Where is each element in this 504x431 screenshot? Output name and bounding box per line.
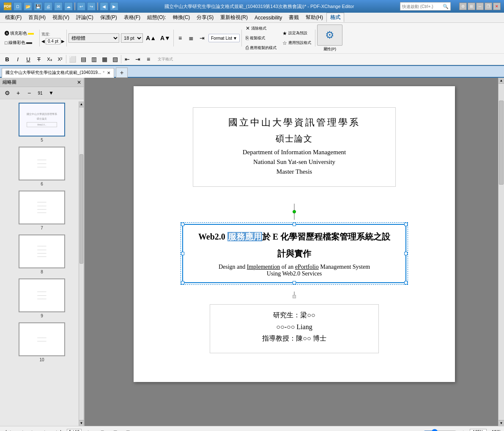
menu-home[interactable]: 首頁(H) [25,13,49,22]
thumb-zoom-out-btn[interactable]: − [25,88,34,98]
menu-table[interactable]: 表格(F) [121,13,144,22]
thumb-zoom-in-btn[interactable]: + [14,88,23,98]
restore-btn[interactable]: ❐ [485,3,492,10]
handle-bm[interactable] [293,281,296,284]
strikethrough-btn[interactable]: T [34,55,44,64]
search-box[interactable]: 🔍 [400,2,451,11]
selected-text-box[interactable]: Web2.0 服務應用於 E 化學習歷程檔案管理系統之設 計與實作 Design… [182,224,406,283]
thumbnail-page-5[interactable]: 國立中山大學資訊管理學系 碩士論文 Web2.0... 5 [2,103,82,142]
align-left-btn[interactable]: ⬜ [68,55,77,64]
menu-review2[interactable]: 重新檢視(R) [217,13,251,22]
handle-bl[interactable] [181,281,184,284]
align-btn2[interactable]: ▧ [110,55,120,64]
thumb-size-btn[interactable]: 91 [36,88,45,98]
fill-color-btn[interactable]: 🅐 填充彩色 [3,29,36,38]
menu-protect[interactable]: 保護(P) [97,13,121,22]
main-scroll-thumb[interactable] [499,101,504,185]
list-format-btn[interactable]: ≡ [144,55,153,64]
menu-review[interactable]: 評論(C) [73,13,97,22]
thumbnail-page-9[interactable]: ─────────────── 9 [2,278,82,318]
save-icon[interactable]: 💾 [34,2,42,11]
undo-icon[interactable]: ↩ [77,2,85,11]
print-icon[interactable]: 🖨 [44,2,52,11]
font-shrink-btn[interactable]: A▼ [159,33,172,43]
close-btn[interactable]: ✕ [493,3,501,10]
outline-color-btn[interactable]: □ 線條彩色 [3,38,36,47]
main-scroll-up[interactable]: ▲ [499,78,504,84]
indent-btn[interactable]: ⇥ [197,33,207,43]
bullets-btn[interactable]: ≡ [175,33,185,43]
menu-format[interactable]: 格式 [326,13,344,22]
copy-style-btn[interactable]: ⎘ 複製樣式 [244,34,279,42]
main-scroll-down[interactable]: ▼ [499,420,504,426]
handle-tm[interactable] [293,223,296,226]
bold-btn[interactable]: B [3,55,12,64]
thumbnail-page-10[interactable]: ────────── 10 [2,322,82,362]
handle-tr[interactable] [404,223,408,226]
new-icon[interactable]: 🗋 [14,2,22,11]
handle-ml[interactable] [181,252,184,255]
new-tab-btn[interactable]: + [116,68,128,78]
apply-default-btn[interactable]: ☆ 應用預設格式 [280,39,313,47]
thumbnail-page-7[interactable]: ──────────────────── 7 [2,191,82,230]
font-grow-btn[interactable]: A▲ [145,33,157,43]
menu-share[interactable]: 分享(S) [193,13,217,22]
open-icon[interactable]: 📂 [24,2,32,11]
redo-icon[interactable]: ↪ [87,2,96,11]
numbered-btn[interactable]: ≣ [186,33,196,43]
tab-active[interactable]: 國立中山大學研究生學位論文格式規範_(1040319... * ✕ [2,68,114,78]
format-list-btn[interactable]: Format List ▼ [208,34,240,42]
menu-convert[interactable]: 轉換(C) [170,13,194,22]
handle-br[interactable] [404,281,408,284]
zoom-fit-btn[interactable]: ⊡ [98,428,107,431]
zoom-slider[interactable] [423,429,457,431]
scroll-down-btn[interactable]: ▼ [79,420,84,426]
indent-left-btn[interactable]: ⇤ [123,55,132,64]
apply-copied-btn[interactable]: ⎙ 應用複製的樣式 [244,44,279,52]
thumb-settings-btn[interactable]: ⚙ [3,88,12,98]
first-page-btn[interactable]: |◀ [3,428,13,431]
view-mode-btn1[interactable]: ▣ [110,428,120,431]
menu-view[interactable]: 視面(V) [49,13,73,22]
play-btn[interactable]: ▶ [29,428,38,431]
font-size-select[interactable]: 18 pt [121,33,143,43]
minimize-btn[interactable]: ─ [476,3,484,10]
back-icon[interactable]: ◀ [100,2,108,11]
forward-icon[interactable]: ▶ [110,2,118,11]
settings-btn[interactable]: ⚙ [459,3,467,10]
view-mode-btn2[interactable]: ▤ [123,428,132,431]
tab-close-btn[interactable]: ✕ [107,71,110,75]
italic-btn[interactable]: I [13,55,22,64]
menu-help[interactable]: 幫助(H) [302,13,326,22]
font-select[interactable]: 標楷體 [68,33,119,43]
zoom-in-status-btn[interactable]: + [459,428,468,431]
email-icon[interactable]: ✉ [54,2,63,11]
properties-btn[interactable]: ⚙ [317,25,342,46]
scroll-thumb[interactable] [79,154,83,264]
thumbnail-page-8[interactable]: ──────────────────── 8 [2,235,82,274]
justify-btn[interactable]: ▦ [100,55,109,64]
set-default-btn[interactable]: ★ 設定為預設 [280,29,313,38]
menu-bookmarks[interactable]: 書籤 [285,13,302,22]
thumbnail-page-6[interactable]: ─────────────── 6 [2,147,82,186]
cloud-icon[interactable]: ☁ [64,2,73,11]
thumbnail-close-btn[interactable]: ✕ [77,79,81,85]
underline-btn[interactable]: U [24,55,33,64]
search-input[interactable] [402,4,443,9]
subscript-btn[interactable]: X₂ [45,55,54,64]
prev-page-btn[interactable]: ◀ [16,428,25,431]
zoom-out-status-btn[interactable]: − [412,428,422,431]
next-page-btn2[interactable]: ▶ [85,428,94,431]
clear-format-btn[interactable]: ✕ 清除格式 [244,24,279,33]
align-center-btn[interactable]: ▤ [79,55,88,64]
handle-mr[interactable] [404,252,408,255]
handle-tl[interactable] [181,223,184,226]
last-page-btn[interactable]: ▶| [54,428,63,431]
width-spinner-down[interactable]: ◀ [41,39,45,44]
scroll-up-btn[interactable]: ▲ [79,101,84,107]
next-page-btn[interactable]: ▶ [41,428,51,431]
menu-file[interactable]: 檔案(F) [2,13,25,22]
width-spinner-up[interactable]: ▶ [61,39,65,44]
indent-right-btn[interactable]: ⇥ [133,55,142,64]
align-right-btn[interactable]: ▥ [89,55,99,64]
